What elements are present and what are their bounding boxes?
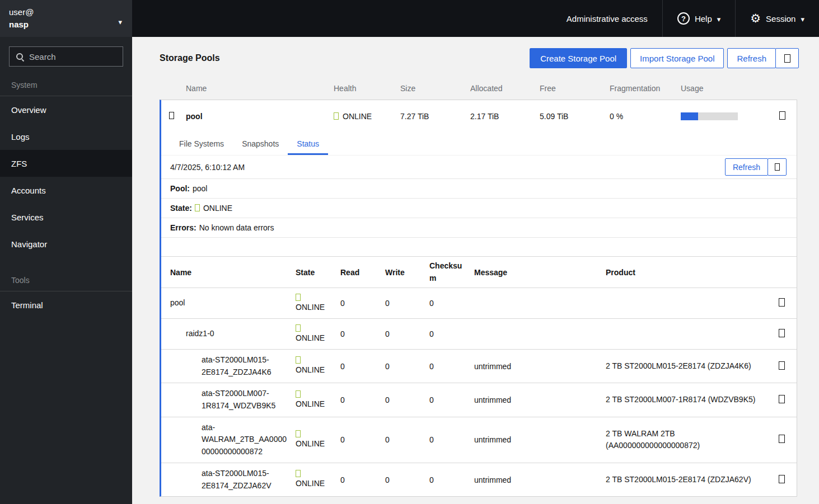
nav-group-label: Tools <box>0 271 132 291</box>
sidebar-search[interactable] <box>9 46 123 67</box>
admin-access-button[interactable]: Administrative access <box>552 0 662 37</box>
kebab-menu-icon <box>779 435 785 443</box>
tab-snapshots[interactable]: Snapshots <box>233 132 288 155</box>
device-read: 0 <box>340 475 385 484</box>
device-name: ata-ST2000LM015-2E8174_ZDZJA62V <box>161 468 296 492</box>
online-status-icon <box>334 112 339 120</box>
status-refresh-button[interactable]: Refresh <box>725 158 768 176</box>
session-menu[interactable]: Session <box>735 0 819 37</box>
sidebar-item-zfs[interactable]: ZFS <box>0 150 132 177</box>
refresh-button[interactable]: Refresh <box>727 48 776 68</box>
device-actions-menu[interactable] <box>767 361 797 371</box>
pool-row[interactable]: pool ONLINE 7.27 TiB 2.17 TiB 5.09 TiB 0… <box>161 100 797 132</box>
online-status-icon <box>296 294 301 301</box>
col-allocated: Allocated <box>470 84 540 93</box>
pool-free: 5.09 TiB <box>540 112 610 121</box>
sidebar-item-label: Navigator <box>11 239 47 249</box>
device-actions-menu[interactable] <box>767 329 797 339</box>
page-header: Storage Pools Create Storage Pool Import… <box>160 48 799 68</box>
kebab-menu-icon <box>779 329 785 337</box>
kebab-menu-icon <box>779 395 785 403</box>
device-message: untrimmed <box>474 435 606 444</box>
tab-file-systems[interactable]: File Systems <box>170 132 233 155</box>
usage-bar <box>681 112 738 120</box>
pool-allocated: 2.17 TiB <box>470 112 540 121</box>
device-read: 0 <box>340 362 385 371</box>
device-name: ata-ST2000LM015-2E8174_ZDZJA4K6 <box>161 354 296 378</box>
nav-group-system: System Overview Logs ZFS Accounts Servic… <box>0 76 132 257</box>
device-product: 2 TB ST2000LM015-2E8174 (ZDZJA62V) <box>606 474 767 486</box>
device-actions-menu[interactable] <box>767 298 797 308</box>
device-write: 0 <box>385 475 429 484</box>
device-message: untrimmed <box>474 475 606 484</box>
device-checksum: 0 <box>429 329 474 338</box>
admin-access-label: Administrative access <box>567 14 648 23</box>
state-text: ONLINE <box>296 365 325 374</box>
online-status-icon <box>296 470 301 477</box>
table-row: pool ONLINE 0 0 0 <box>161 288 797 319</box>
device-read: 0 <box>340 299 385 308</box>
sidebar-item-accounts[interactable]: Accounts <box>0 177 132 204</box>
kebab-menu-icon <box>779 298 785 307</box>
expand-toggle-icon <box>169 112 174 119</box>
sidebar-item-label: Terminal <box>11 300 43 310</box>
device-write: 0 <box>385 362 429 371</box>
table-row: ata-ST2000LM007-1R8174_WDZVB9K5 ONLINE 0… <box>161 383 797 417</box>
status-more-options-button[interactable] <box>767 158 787 176</box>
col-health: Health <box>334 84 400 93</box>
col-name: Name <box>186 84 334 93</box>
device-read: 0 <box>340 329 385 338</box>
kebab-menu-icon <box>784 54 790 63</box>
tab-status[interactable]: Status <box>288 132 328 155</box>
status-refresh-group: Refresh <box>725 158 787 176</box>
device-message: untrimmed <box>474 395 606 404</box>
main-content: Storage Pools Create Storage Pool Import… <box>132 37 819 504</box>
status-toolbar: 4/7/2025, 6:10:12 AM Refresh <box>161 156 797 179</box>
col-product: Product <box>606 268 767 277</box>
sidebar-item-services[interactable]: Services <box>0 204 132 230</box>
sidebar-item-overview[interactable]: Overview <box>0 96 132 123</box>
pool-detail-tabs: File Systems Snapshots Status <box>161 132 797 156</box>
col-size: Size <box>400 84 470 93</box>
kebab-menu-icon <box>779 475 785 483</box>
search-input[interactable] <box>29 52 116 62</box>
col-fragmentation: Fragmentation <box>610 84 681 93</box>
create-storage-pool-button[interactable]: Create Storage Pool <box>530 48 627 68</box>
col-write: Write <box>385 268 429 277</box>
col-name: Name <box>161 268 296 277</box>
online-status-icon <box>195 204 200 211</box>
online-status-icon <box>296 390 301 398</box>
device-product: 2 TB WALRAM 2TB (AA000000000000000872) <box>606 428 767 452</box>
device-checksum: 0 <box>429 299 474 308</box>
help-menu[interactable]: Help <box>662 0 735 37</box>
more-options-button[interactable] <box>775 48 799 68</box>
state-text: ONLINE <box>296 479 325 488</box>
host-switcher[interactable]: user@ nasp <box>0 0 132 37</box>
pool-usage <box>681 112 768 120</box>
errors-label: Errors: <box>170 223 196 232</box>
device-actions-menu[interactable] <box>767 475 797 485</box>
pool-actions-menu[interactable] <box>768 111 797 121</box>
kebab-menu-icon <box>779 361 785 370</box>
device-actions-menu[interactable] <box>767 395 797 405</box>
device-read: 0 <box>340 395 385 404</box>
pool-size: 7.27 TiB <box>400 112 470 121</box>
device-actions-menu[interactable] <box>767 435 797 445</box>
masthead: Administrative access Help Session <box>132 0 819 37</box>
device-name: ata-WALRAM_2TB_AA000000000000000872 <box>161 422 296 458</box>
col-message: Message <box>474 268 606 277</box>
app-window: user@ nasp Administrative access Help Se… <box>0 0 819 504</box>
chevron-down-icon <box>118 16 122 28</box>
expand-toggle[interactable] <box>161 112 186 121</box>
gear-icon <box>750 13 761 25</box>
device-write: 0 <box>385 329 429 338</box>
sidebar-item-terminal[interactable]: Terminal <box>0 291 132 318</box>
sidebar-item-logs[interactable]: Logs <box>0 123 132 150</box>
online-status-icon <box>296 430 301 437</box>
sidebar-item-label: ZFS <box>11 159 27 168</box>
device-message: untrimmed <box>474 362 606 371</box>
errors-value: No known data errors <box>199 223 274 232</box>
sidebar-item-navigator[interactable]: Navigator <box>0 230 132 257</box>
device-checksum: 0 <box>429 435 474 444</box>
import-storage-pool-button[interactable]: Import Storage Pool <box>630 48 724 68</box>
